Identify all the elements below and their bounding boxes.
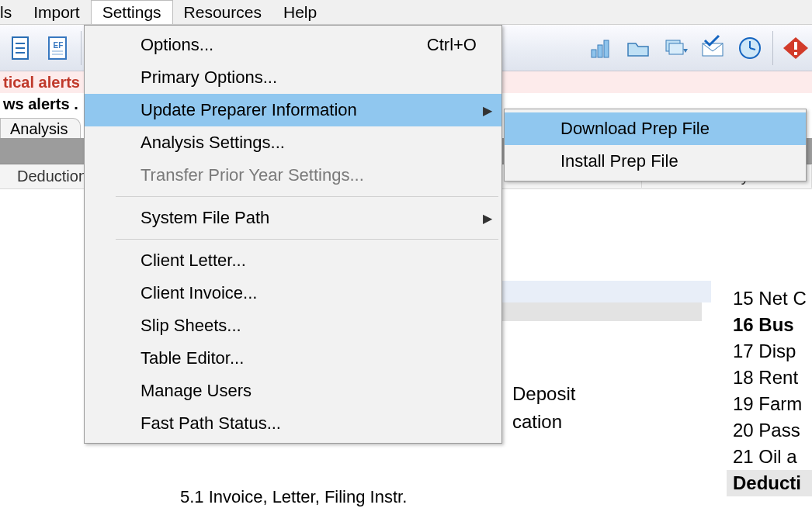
update-preparer-submenu: Download Prep File Install Prep File — [504, 109, 807, 181]
tab-analysis[interactable]: Analysis — [0, 118, 81, 138]
chevron-right-icon: ▶ — [483, 103, 492, 118]
svg-rect-14 — [669, 43, 683, 54]
menu-item-label: Manage Users — [141, 381, 252, 401]
list-item[interactable]: 16 Bus — [727, 312, 812, 338]
menu-item-transfer-prior: Transfer Prior Year Settings... — [85, 159, 501, 192]
mail-check-icon[interactable] — [696, 32, 729, 64]
menu-item-label: Client Letter... — [141, 251, 246, 271]
bars-icon[interactable] — [585, 32, 617, 64]
stack-icon[interactable] — [659, 32, 692, 64]
menu-item-manage-users[interactable]: Manage Users — [85, 375, 501, 407]
list-item[interactable]: 15 Net C — [727, 285, 812, 312]
menu-item-slip-sheets[interactable]: Slip Sheets... — [85, 309, 501, 342]
list-heading: Deducti — [727, 470, 812, 496]
menu-item-primary-options[interactable]: Primary Options... — [85, 61, 501, 94]
submenu-item-install-prep[interactable]: Install Prep File — [505, 145, 806, 178]
menubar-item-resources[interactable]: Resources — [173, 1, 272, 24]
menu-item-client-invoice[interactable]: Client Invoice... — [85, 277, 501, 309]
menu-item-table-editor[interactable]: Table Editor... — [85, 342, 501, 375]
clock-icon[interactable] — [734, 32, 766, 64]
menubar-item[interactable]: ls — [0, 1, 23, 24]
list-item[interactable]: 19 Farm — [727, 391, 812, 417]
svg-rect-20 — [794, 42, 797, 50]
menu-item-label: Transfer Prior Year Settings... — [141, 165, 364, 185]
svg-rect-21 — [794, 52, 797, 55]
submenu-item-download-prep[interactable]: Download Prep File — [505, 112, 806, 145]
folder-icon[interactable] — [622, 32, 654, 64]
menubar-item-settings[interactable]: Settings — [91, 0, 173, 24]
menu-separator — [116, 239, 498, 240]
menu-item-label: Options... — [141, 35, 213, 55]
menu-item-options[interactable]: Options... Ctrl+O — [85, 29, 501, 61]
menu-item-label: Update Preparer Information — [141, 100, 357, 120]
menu-item-label: Client Invoice... — [141, 283, 257, 303]
document-icon[interactable] — [5, 32, 37, 64]
menu-item-accel: Ctrl+O — [427, 35, 483, 55]
menu-item-label: Install Prep File — [560, 151, 678, 171]
toolbar-separator — [772, 31, 773, 65]
svg-rect-11 — [598, 45, 602, 57]
text-fragment: cation — [512, 408, 575, 436]
menubar-item-import[interactable]: Import — [23, 1, 91, 24]
list-item[interactable]: 18 Rent — [727, 365, 812, 391]
ef-page-icon[interactable]: EF — [42, 32, 75, 64]
list-item[interactable]: 21 Oil a — [727, 444, 812, 470]
chevron-right-icon: ▶ — [483, 211, 492, 226]
menu-item-label: Analysis Settings... — [141, 133, 285, 153]
menu-item-system-file-path[interactable]: System File Path ▶ — [85, 202, 501, 234]
menu-item-client-letter[interactable]: Client Letter... — [85, 244, 501, 277]
menu-item-label: Slip Sheets... — [141, 316, 241, 336]
list-item[interactable]: 5.1 Invoice, Letter, Filing Instr. — [180, 487, 407, 507]
menu-item-fast-path[interactable]: Fast Path Status... — [85, 407, 501, 440]
list-item[interactable]: 20 Pass — [727, 417, 812, 444]
content-fragment: Deposit cation — [512, 380, 575, 436]
toolbar-separator — [81, 31, 82, 65]
menu-item-label: Fast Path Status... — [141, 413, 281, 434]
menu-item-label: System File Path — [141, 208, 269, 228]
menu-item-update-preparer[interactable]: Update Preparer Information ▶ — [85, 94, 501, 126]
menu-item-label: Primary Options... — [141, 67, 277, 88]
svg-rect-10 — [592, 50, 596, 57]
alert-icon[interactable] — [779, 32, 812, 64]
menu-item-label: Download Prep File — [560, 119, 710, 139]
menubar: ls Import Settings Resources Help — [0, 0, 812, 25]
menu-item-analysis-settings[interactable]: Analysis Settings... — [85, 126, 501, 159]
menu-separator — [116, 196, 498, 197]
settings-menu: Options... Ctrl+O Primary Options... Upd… — [84, 25, 502, 444]
menu-item-label: Table Editor... — [141, 348, 244, 368]
svg-text:EF: EF — [54, 41, 64, 50]
svg-rect-12 — [604, 40, 609, 57]
list-item[interactable]: 17 Disp — [727, 338, 812, 365]
menubar-item-help[interactable]: Help — [272, 1, 328, 24]
right-list: 15 Net C 16 Bus 17 Disp 18 Rent 19 Farm … — [727, 285, 812, 496]
text-fragment: Deposit — [512, 380, 575, 408]
